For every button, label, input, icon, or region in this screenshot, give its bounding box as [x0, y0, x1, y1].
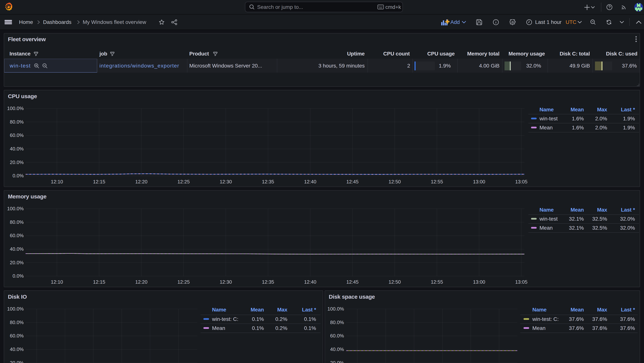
svg-text:20.0%: 20.0% — [10, 160, 24, 165]
svg-text:12:45: 12:45 — [346, 279, 358, 285]
svg-text:12:35: 12:35 — [262, 279, 274, 285]
svg-text:12:40: 12:40 — [304, 179, 316, 185]
svg-text:12:55: 12:55 — [431, 179, 443, 185]
svg-text:80.0%: 80.0% — [10, 219, 24, 225]
svg-text:12:10: 12:10 — [51, 279, 63, 285]
svg-text:80.0%: 80.0% — [10, 319, 24, 325]
svg-text:100.0%: 100.0% — [7, 306, 24, 312]
svg-text:100.0%: 100.0% — [328, 306, 344, 312]
svg-text:12:20: 12:20 — [135, 179, 147, 185]
svg-text:80.0%: 80.0% — [10, 119, 24, 125]
svg-text:12:50: 12:50 — [388, 179, 401, 185]
svg-text:40.0%: 40.0% — [10, 346, 24, 352]
svg-text:12:25: 12:25 — [178, 179, 190, 185]
svg-text:0.0%: 0.0% — [12, 273, 24, 279]
svg-text:60.0%: 60.0% — [10, 132, 24, 138]
svg-text:20.0%: 20.0% — [10, 360, 24, 363]
svg-text:12:55: 12:55 — [431, 279, 443, 285]
svg-text:40.0%: 40.0% — [330, 346, 344, 352]
svg-text:12:30: 12:30 — [220, 179, 232, 185]
svg-text:12:15: 12:15 — [93, 179, 105, 185]
svg-text:12:35: 12:35 — [262, 179, 274, 185]
svg-text:60.0%: 60.0% — [10, 233, 24, 238]
svg-text:0.0%: 0.0% — [12, 173, 24, 178]
svg-text:13:05: 13:05 — [515, 279, 528, 285]
svg-text:12:50: 12:50 — [388, 279, 401, 285]
svg-text:100.0%: 100.0% — [7, 206, 24, 211]
svg-text:12:40: 12:40 — [304, 279, 316, 285]
svg-text:12:15: 12:15 — [93, 279, 105, 285]
svg-text:13:00: 13:00 — [473, 279, 485, 285]
svg-text:100.0%: 100.0% — [7, 106, 24, 111]
svg-text:12:45: 12:45 — [346, 179, 358, 185]
svg-text:13:00: 13:00 — [473, 179, 485, 185]
svg-text:40.0%: 40.0% — [10, 246, 24, 252]
svg-text:20.0%: 20.0% — [330, 360, 344, 363]
svg-text:60.0%: 60.0% — [330, 333, 344, 338]
svg-text:12:10: 12:10 — [51, 179, 63, 185]
svg-text:60.0%: 60.0% — [10, 333, 24, 338]
svg-text:12:30: 12:30 — [220, 279, 232, 285]
svg-text:80.0%: 80.0% — [330, 319, 344, 325]
svg-text:20.0%: 20.0% — [10, 260, 24, 265]
svg-text:12:25: 12:25 — [178, 279, 190, 285]
svg-text:12:20: 12:20 — [135, 279, 147, 285]
svg-text:13:05: 13:05 — [515, 179, 528, 185]
svg-text:40.0%: 40.0% — [10, 146, 24, 152]
